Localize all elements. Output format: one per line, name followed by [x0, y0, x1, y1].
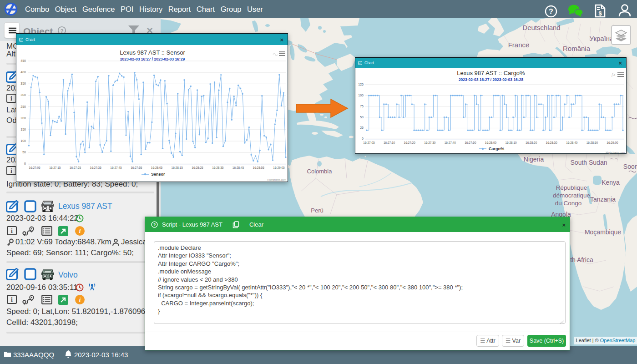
svg-text:démocratique: démocratique: [553, 192, 590, 199]
svg-text:50: 50: [360, 116, 364, 119]
svg-text:16:28:25: 16:28:25: [192, 166, 203, 169]
svg-text:16:27:30: 16:27:30: [424, 141, 436, 144]
svg-text:16:28:00: 16:28:00: [485, 141, 497, 144]
svg-text:16:29:00: 16:29:00: [607, 141, 618, 144]
svg-text:16:27:50: 16:27:50: [465, 141, 476, 144]
svg-text:16:27:35: 16:27:35: [90, 166, 102, 169]
svg-text:Nigeria: Nigeria: [524, 156, 544, 163]
svg-text:150: 150: [20, 128, 26, 131]
svg-text:Kenya: Kenya: [602, 179, 620, 186]
svg-text:16:28:55: 16:28:55: [253, 166, 265, 169]
svg-text:0: 0: [362, 137, 364, 140]
svg-text:16:28:10: 16:28:10: [505, 141, 517, 144]
svg-text:?: ?: [153, 222, 156, 227]
svg-text:2023-02-03 16:27 / 2023-02-03: 2023-02-03 16:27 / 2023-02-03 16:28: [459, 77, 524, 82]
svg-text:Україна: Україна: [590, 35, 614, 42]
svg-text:République: République: [556, 184, 587, 191]
svg-text:16:29:05: 16:29:05: [273, 166, 285, 169]
svg-text:16:28:15: 16:28:15: [172, 166, 183, 169]
svg-text:0: 0: [24, 162, 26, 165]
svg-text:100: 100: [358, 94, 364, 97]
svg-text:Highcharts.com: Highcharts.com: [606, 151, 625, 154]
svg-text:450: 450: [20, 59, 26, 62]
svg-text:75: 75: [360, 105, 364, 108]
svg-text:Deutschland: Deutschland: [522, 24, 560, 31]
svg-text:Highcharts.com: Highcharts.com: [267, 178, 286, 181]
svg-text:16:27:10: 16:27:10: [384, 141, 395, 144]
svg-text:16:28:40: 16:28:40: [566, 141, 578, 144]
svg-text:Sensor: Sensor: [151, 172, 165, 177]
svg-text:Perú: Perú: [311, 207, 323, 214]
svg-text:Lexus 987 AST :: Cargo%: Lexus 987 AST :: Cargo%: [457, 70, 525, 76]
svg-text:16:27:05: 16:27:05: [363, 141, 375, 144]
svg-text:16:28:35: 16:28:35: [212, 166, 224, 169]
svg-text:16:28:05: 16:28:05: [151, 166, 163, 169]
svg-text:Cargo%: Cargo%: [489, 147, 504, 151]
svg-text:200: 200: [20, 116, 26, 120]
svg-text:125: 125: [358, 83, 364, 86]
svg-text:du Congo: du Congo: [555, 200, 582, 207]
svg-text:ƒx: ƒx: [611, 72, 616, 77]
svg-text:16:27:20: 16:27:20: [404, 141, 416, 144]
svg-text:16:28:45: 16:28:45: [233, 166, 244, 169]
svg-text:25: 25: [360, 126, 364, 129]
svg-text:South Sudan: South Sudan: [571, 159, 607, 166]
svg-text:16:27:05: 16:27:05: [29, 166, 40, 169]
svg-text:16:27:45: 16:27:45: [110, 166, 122, 169]
svg-text:Lexus 987 AST :: Sensor: Lexus 987 AST :: Sensor: [120, 49, 185, 56]
svg-text:16:27:55: 16:27:55: [131, 166, 142, 169]
svg-text:100: 100: [20, 139, 26, 142]
svg-text:?: ?: [549, 8, 553, 15]
svg-text:România: România: [563, 45, 591, 52]
svg-text:50: 50: [22, 151, 26, 154]
svg-text:16:27:15: 16:27:15: [49, 166, 61, 169]
svg-text:$: $: [598, 10, 602, 17]
svg-text:350: 350: [20, 82, 26, 85]
svg-text:France: France: [508, 41, 530, 49]
svg-text:Moçambique: Moçambique: [585, 228, 621, 236]
svg-text:250: 250: [20, 105, 26, 108]
svg-text:Sooma: Sooma: [623, 163, 637, 170]
svg-text:16:28:20: 16:28:20: [526, 141, 537, 144]
svg-text:16:28:30: 16:28:30: [546, 141, 558, 144]
svg-text:16:27:25: 16:27:25: [70, 166, 81, 169]
svg-text:16:28:50: 16:28:50: [586, 141, 598, 144]
svg-text:Colombia: Colombia: [307, 168, 333, 175]
svg-text:16:27:40: 16:27:40: [445, 141, 456, 144]
svg-text:Tanzania: Tanzania: [590, 196, 616, 203]
svg-text:400: 400: [20, 71, 26, 74]
svg-text:300: 300: [20, 93, 26, 96]
